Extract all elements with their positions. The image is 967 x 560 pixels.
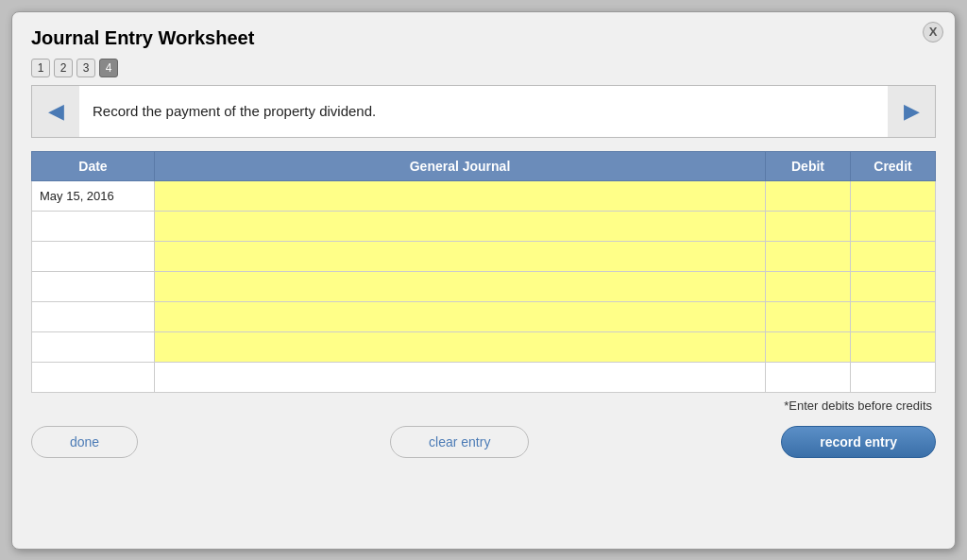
credit-cell-4[interactable] <box>851 272 936 302</box>
debit-cell-5[interactable] <box>766 302 851 332</box>
header-debit: Debit <box>766 152 851 181</box>
general-journal-cell-6[interactable] <box>155 332 766 363</box>
table-row <box>32 332 936 363</box>
debit-cell-4[interactable] <box>766 272 851 302</box>
dialog-title: Journal Entry Worksheet <box>31 27 936 49</box>
step-2[interactable]: 2 <box>54 59 73 77</box>
prev-arrow-button[interactable]: ◀ <box>32 86 79 138</box>
table-row <box>32 212 936 242</box>
general-journal-cell-5[interactable] <box>155 302 766 332</box>
hint-text: *Enter debits before credits <box>31 399 936 413</box>
general-journal-cell-2[interactable] <box>155 212 766 242</box>
next-arrow-button[interactable]: ▶ <box>888 86 935 138</box>
journal-entry-dialog: X Journal Entry Worksheet 1 2 3 4 ◀ Reco… <box>11 11 956 550</box>
debit-cell-2[interactable] <box>766 212 851 242</box>
general-journal-cell-1[interactable] <box>155 181 766 212</box>
debit-cell-3[interactable] <box>766 242 851 272</box>
instruction-container: ◀ Record the payment of the property div… <box>31 85 936 139</box>
journal-table: Date General Journal Debit Credit May 15… <box>31 151 936 393</box>
date-cell-3 <box>32 242 155 272</box>
header-general-journal: General Journal <box>155 152 766 181</box>
debit-cell-7 <box>766 363 851 393</box>
header-credit: Credit <box>851 152 936 181</box>
footer-buttons: done clear entry record entry <box>31 426 936 458</box>
general-journal-cell-4[interactable] <box>155 272 766 302</box>
header-date: Date <box>32 152 155 181</box>
general-journal-cell-7 <box>155 363 766 393</box>
table-row: May 15, 2016 <box>32 181 936 212</box>
table-row <box>32 242 936 272</box>
debit-cell-6[interactable] <box>766 332 851 363</box>
date-cell-6 <box>32 332 155 363</box>
step-4[interactable]: 4 <box>99 59 118 77</box>
close-button[interactable]: X <box>923 22 943 42</box>
date-cell-7 <box>32 363 155 393</box>
debit-cell-1[interactable] <box>766 181 851 212</box>
step-1[interactable]: 1 <box>31 59 50 77</box>
table-row <box>32 272 936 302</box>
general-journal-cell-3[interactable] <box>155 242 766 272</box>
clear-entry-button[interactable]: clear entry <box>390 426 529 458</box>
table-row <box>32 363 936 393</box>
date-cell-5 <box>32 302 155 332</box>
table-row <box>32 302 936 332</box>
date-cell-4 <box>32 272 155 302</box>
credit-cell-5[interactable] <box>851 302 936 332</box>
date-cell-1: May 15, 2016 <box>32 181 155 212</box>
record-entry-button[interactable]: record entry <box>781 426 936 458</box>
credit-cell-6[interactable] <box>851 332 936 363</box>
credit-cell-1[interactable] <box>851 181 936 212</box>
credit-cell-7 <box>851 363 936 393</box>
credit-cell-2[interactable] <box>851 212 936 242</box>
step-3[interactable]: 3 <box>76 59 95 77</box>
done-button[interactable]: done <box>31 426 138 458</box>
instruction-text: Record the payment of the property divid… <box>79 86 888 138</box>
date-cell-2 <box>32 212 155 242</box>
credit-cell-3[interactable] <box>851 242 936 272</box>
step-numbers: 1 2 3 4 <box>31 59 936 77</box>
